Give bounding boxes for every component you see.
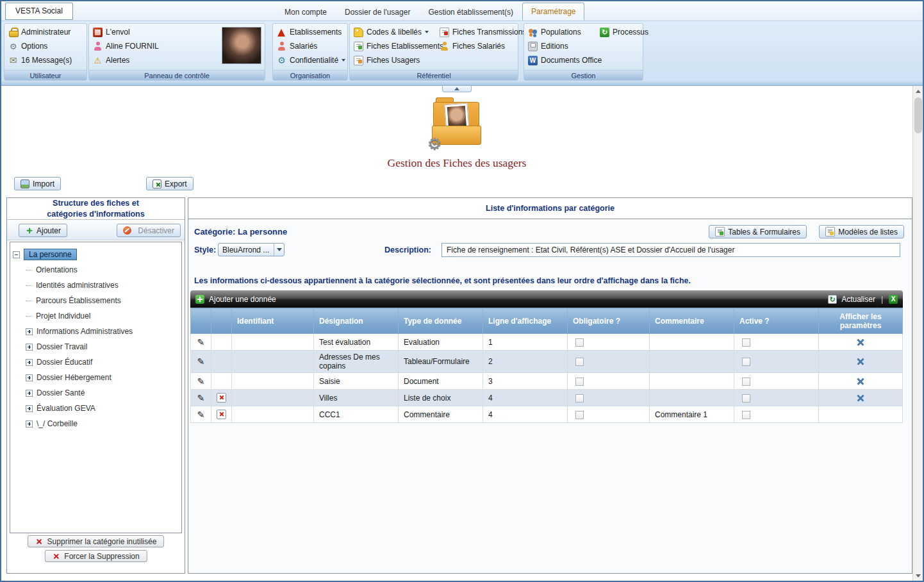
parameters-icon[interactable] <box>855 376 866 387</box>
edit-icon[interactable] <box>196 337 206 347</box>
tree-item-informations-administratives[interactable]: Informations Administratives <box>10 324 181 339</box>
import-button[interactable]: Import <box>14 177 61 190</box>
active-checkbox[interactable] <box>742 338 750 347</box>
import-icon <box>21 179 29 188</box>
ribbon-item-fiches-salaries[interactable]: Fiches Salariés <box>438 39 526 53</box>
ribbon-group-utilisateur: Administrateur Options 16 Message(s) Uti… <box>4 23 87 81</box>
collapse-ribbon-button[interactable] <box>442 86 472 92</box>
ribbon-item-envol[interactable]: L'envol <box>92 25 216 39</box>
chevron-down-icon <box>342 59 345 62</box>
categories-panel: Structure des fiches et catégories d'inf… <box>6 197 185 574</box>
delete-unused-category-button[interactable]: Supprimer la catégorie inutilisée <box>28 535 165 547</box>
expand-expander-icon[interactable] <box>26 359 33 366</box>
tree-item-parcours-etablissements[interactable]: Parcours Établissements <box>10 293 181 308</box>
active-checkbox[interactable] <box>742 411 750 419</box>
tree-item-label: Informations Administratives <box>37 327 133 336</box>
ribbon-item-salaries[interactable]: Salariés <box>276 39 345 53</box>
scroll-up-button[interactable] <box>913 86 923 96</box>
expand-expander-icon[interactable] <box>26 344 33 351</box>
add-data-button[interactable]: Ajouter une donnée <box>209 295 276 304</box>
add-category-button[interactable]: Ajouter <box>19 224 67 237</box>
active-checkbox[interactable] <box>742 378 750 386</box>
table-row[interactable]: Test évaluation Evaluation 1 <box>191 334 903 351</box>
edit-icon[interactable] <box>196 393 206 403</box>
refresh-icon[interactable] <box>828 295 837 304</box>
excel-export-icon[interactable] <box>889 295 898 304</box>
active-checkbox[interactable] <box>742 358 750 366</box>
ribbon-item-options[interactable]: Options <box>7 39 84 53</box>
edit-icon[interactable] <box>196 410 206 420</box>
tables-formulaires-button[interactable]: Tables & Formulaires <box>709 225 807 238</box>
expand-expander-icon[interactable] <box>26 390 33 397</box>
description-input[interactable] <box>441 243 900 257</box>
obligatoire-checkbox[interactable] <box>575 358 584 366</box>
table-row[interactable]: Adresses De mes copains Tableau/Formulai… <box>191 351 903 373</box>
export-button[interactable]: Export <box>146 177 194 190</box>
edit-icon[interactable] <box>196 356 206 367</box>
disable-category-button[interactable]: Désactiver <box>117 224 181 237</box>
red-x-icon <box>52 553 60 560</box>
tree-item-projet-individuel[interactable]: Projet Individuel <box>10 308 181 324</box>
tree-item-identites-administratives[interactable]: Identités administratives <box>10 278 181 293</box>
table-row[interactable]: Villes Liste de choix 4 <box>191 390 903 406</box>
parameters-icon[interactable] <box>855 356 866 367</box>
app-window: VESTA Social Mon compte Dossier de l'usa… <box>0 0 924 582</box>
obligatoire-checkbox[interactable] <box>575 394 584 403</box>
table-row[interactable]: CCC1 Commentaire 4 Commentaire 1 <box>191 406 903 423</box>
ribbon-item-fiches-usagers[interactable]: Fiches Usagers <box>352 53 438 67</box>
tree-item-corbeille[interactable]: \_/ Corbeille <box>10 416 181 431</box>
cell-designation: Villes <box>314 390 399 406</box>
tab-mon-compte[interactable]: Mon compte <box>276 3 336 21</box>
force-delete-button[interactable]: Forcer la Suppression <box>44 550 147 562</box>
app-title-tab[interactable]: VESTA Social <box>5 3 73 20</box>
dropdown-button[interactable] <box>274 244 284 256</box>
delete-row-icon[interactable] <box>217 393 226 403</box>
ribbon-item-codes-libelles[interactable]: Codes & libellés <box>352 25 438 39</box>
style-dropdown[interactable]: BleuArrond ... <box>218 243 285 256</box>
ribbon-item-documents-office[interactable]: Documents Office <box>527 53 598 67</box>
ribbon-item-alertes[interactable]: Alertes <box>92 53 216 67</box>
list-icon <box>825 227 835 237</box>
tab-gestion-etablissements[interactable]: Gestion établissement(s) <box>419 3 522 21</box>
edit-icon[interactable] <box>196 376 206 387</box>
tab-parametrage[interactable]: Paramétrage <box>522 3 584 21</box>
tree-item-la-personne[interactable]: La personne <box>10 247 181 262</box>
delete-row-icon[interactable] <box>217 410 226 419</box>
table-row[interactable]: Saisie Document 3 <box>191 373 903 390</box>
tree-item-orientations[interactable]: Orientations <box>10 262 181 278</box>
tree-item-dossier-educatif[interactable]: Dossier Éducatif <box>10 354 181 370</box>
tree-item-dossier-travail[interactable]: Dossier Travail <box>10 339 181 354</box>
scrollbar-thumb[interactable] <box>914 97 922 133</box>
obligatoire-checkbox[interactable] <box>575 411 584 419</box>
expand-expander-icon[interactable] <box>26 328 33 335</box>
ribbon-item-utilisateur-courant[interactable]: Aline FOURNIL <box>92 39 216 53</box>
vertical-scrollbar[interactable] <box>912 86 923 581</box>
ribbon-item-fiches-transmissions[interactable]: Fiches Transmissions <box>438 25 526 39</box>
expand-expander-icon[interactable] <box>26 405 33 412</box>
collapse-expander-icon[interactable] <box>13 251 20 258</box>
active-checkbox[interactable] <box>742 394 750 403</box>
tree-item-evaluation-geva[interactable]: Évaluation GEVA <box>10 401 181 416</box>
tree-item-dossier-sante[interactable]: Dossier Santé <box>10 385 181 401</box>
ribbon-item-confidentialite[interactable]: Confidentialité <box>276 53 345 67</box>
parameters-icon[interactable] <box>855 393 866 403</box>
add-icon[interactable] <box>195 295 204 304</box>
expand-expander-icon[interactable] <box>26 420 33 428</box>
modeles-listes-button[interactable]: Modèles de listes <box>819 225 904 238</box>
ribbon-item-messages[interactable]: 16 Message(s) <box>7 53 84 67</box>
ribbon-item-editions[interactable]: Editions <box>527 39 598 53</box>
refresh-button[interactable]: Actualiser <box>841 295 875 304</box>
obligatoire-checkbox[interactable] <box>575 338 584 347</box>
parameters-icon[interactable] <box>855 337 866 347</box>
tree-item-dossier-hebergement[interactable]: Dossier Hébergement <box>10 370 181 385</box>
expand-expander-icon[interactable] <box>26 374 33 381</box>
ribbon-item-populations[interactable]: Populations <box>527 25 598 39</box>
tab-dossier-usager[interactable]: Dossier de l'usager <box>336 3 419 21</box>
ribbon-item-administrateur[interactable]: Administrateur <box>7 25 84 39</box>
cell-type: Tableau/Formulaire <box>399 351 483 373</box>
ribbon-item-etablissements[interactable]: Etablissements <box>276 25 345 39</box>
scroll-down-button[interactable] <box>913 570 923 581</box>
obligatoire-checkbox[interactable] <box>575 378 584 386</box>
ribbon-item-fiches-etablissements[interactable]: Fiches Etablissements <box>352 39 438 53</box>
ribbon-item-processus[interactable]: Processus <box>598 25 648 39</box>
